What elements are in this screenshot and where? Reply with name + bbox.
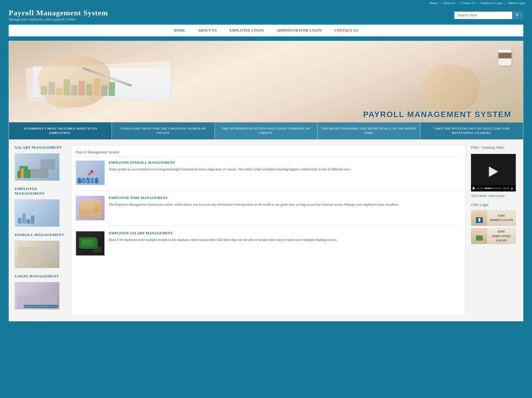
login-management-image[interactable]: PAYROLL MANAGEMENT SYSTEM xyxy=(15,282,60,309)
play-button-icon[interactable] xyxy=(489,166,498,177)
center-content: Payroll Management System ↗ xyxy=(71,145,465,315)
hero-banner: PAYROLL MANAGEMENT SYSTEM xyxy=(9,41,523,122)
admin-login-icon xyxy=(471,210,487,226)
search-input[interactable] xyxy=(454,12,512,19)
topbar-admin-link[interactable]: Admin Login xyxy=(508,1,525,5)
site-title: Payroll Management System xyxy=(9,9,108,17)
salary-management-block: SALARY MANAGEMENT xyxy=(15,145,65,181)
article-payroll-text: Today people are accustomed to accessing… xyxy=(109,167,351,172)
admin-login-label: EMSADMIN LOGIN xyxy=(487,213,516,222)
center-title: Payroll Management System xyxy=(76,150,461,157)
salary-management-title: SALARY MANAGEMENT xyxy=(15,145,65,151)
article-salary: EMPLOYEE SALARY MANAGEMENT Many UW emplo… xyxy=(76,231,461,261)
left-sidebar: SALARY MANAGEMENT EMPLOYEE MANAGEMENT xyxy=(15,145,65,315)
login-management-block: LOGIN MANAGEMENT PAYROLL MANAGEMENT SYST… xyxy=(15,274,65,309)
employee-management-image[interactable] xyxy=(15,199,60,227)
article-time-text: The Employee Management System runs onli… xyxy=(109,202,399,207)
employee-login-label: EMSEMPLOYEE LOGIN xyxy=(487,229,516,243)
login-management-title: LOGIN MANAGEMENT xyxy=(15,274,65,280)
brand: Payroll Management System Manage your em… xyxy=(9,9,108,22)
article-salary-thumb xyxy=(76,231,105,256)
video-controls: 12:10 08:20 🔈 xyxy=(471,185,516,191)
employee-management-block: EMPLOYEE MANAGEMENT xyxy=(15,187,65,227)
admin-login-button[interactable]: EMSADMIN LOGIN xyxy=(471,210,516,226)
nav-employee-login[interactable]: EMPLOYEE LOGIN xyxy=(223,25,270,36)
article-time: EMPLOYEE TIME MANAGEMENT The Employee Ma… xyxy=(76,196,461,226)
view-more-videos-link[interactable]: View More Videos Here xyxy=(471,194,517,198)
volume-icon[interactable]: 🔈 xyxy=(511,187,514,190)
nav-home[interactable]: HOME xyxy=(167,25,192,36)
search-button[interactable]: 🔍 xyxy=(512,11,523,19)
topbar-employee-link[interactable]: Employee Login xyxy=(481,1,502,5)
separator-4: | xyxy=(505,1,505,5)
article-payroll: ↗ EMPLOYEE PAYROLL MANAGEMENT Today peop… xyxy=(76,161,461,191)
feature-strip-2: VISION AND TRUST FOR THE CHANGING WORLD … xyxy=(112,122,215,139)
video-progress-bar[interactable] xyxy=(484,188,502,189)
video-player[interactable]: 12:10 08:20 🔈 xyxy=(471,154,516,191)
nav-about[interactable]: ABOUT US xyxy=(192,25,223,36)
video-time-elapsed: 12:10 xyxy=(477,187,483,190)
coffee-cup-decoration xyxy=(497,47,514,67)
feature-strip-4: THE RIGHT TRAINERS, THE RIGHT PLACE, AT … xyxy=(317,122,420,139)
nav-admin-login[interactable]: ADMINISTRATOR LOGIN xyxy=(270,25,328,36)
top-bar: Home | About Us | Contact Us | Employee … xyxy=(0,0,532,6)
payroll-management-title: PAYROLL MANAGEMENT xyxy=(15,233,65,238)
topbar-home-link[interactable]: Home xyxy=(429,1,437,5)
employee-management-title: EMPLOYEE MANAGEMENT xyxy=(15,187,65,197)
video-play-icon[interactable] xyxy=(473,187,475,190)
article-time-thumb xyxy=(76,196,105,220)
feature-strip-5: TAKE THE MYSTERY OUT OF SELECTING AND DE… xyxy=(420,122,523,139)
search-box: 🔍 xyxy=(454,11,523,19)
ems-login-title: EMS Login xyxy=(471,202,517,207)
hero-title: PAYROLL MANAGEMENT SYSTEM xyxy=(363,110,511,119)
hero-image: PAYROLL MANAGEMENT SYSTEM xyxy=(9,41,523,122)
video-time-remaining: 08:20 xyxy=(503,187,509,190)
separator-2: | xyxy=(458,1,458,5)
article-payroll-thumb: ↗ xyxy=(76,161,105,185)
article-salary-body: EMPLOYEE SALARY MANAGEMENT Many UW emplo… xyxy=(109,231,337,256)
main-content: PAYROLL MANAGEMENT SYSTEM A COMPANY'S MO… xyxy=(9,41,523,321)
separator-1: | xyxy=(440,1,440,5)
feature-strip-1: A COMPANY'S MOST VALUABLE ASSET IS ITS E… xyxy=(9,122,112,139)
employee-login-button[interactable]: EMSEMPLOYEE LOGIN xyxy=(471,228,516,244)
article-time-body: EMPLOYEE TIME MANAGEMENT The Employee Ma… xyxy=(109,196,399,220)
article-payroll-body: EMPLOYEE PAYROLL MANAGEMENT Today people… xyxy=(109,161,351,185)
article-payroll-title: EMPLOYEE PAYROLL MANAGEMENT xyxy=(109,161,351,165)
content-section: SALARY MANAGEMENT EMPLOYEE MANAGEMENT xyxy=(9,139,523,321)
video-progress-fill xyxy=(484,188,491,189)
article-salary-title: EMPLOYEE SALARY MANAGEMENT xyxy=(109,231,337,235)
article-salary-text: Many UW employees have multiple records … xyxy=(109,237,337,242)
salary-management-image[interactable] xyxy=(15,153,60,181)
payroll-management-block: PAYROLL MANAGEMENT xyxy=(15,233,65,268)
article-time-title: EMPLOYEE TIME MANAGEMENT xyxy=(109,196,399,200)
separator-3: | xyxy=(478,1,478,5)
nav-bar: HOME ABOUT US EMPLOYEE LOGIN ADMINISTRAT… xyxy=(9,25,523,36)
topbar-contact-link[interactable]: Contact Us xyxy=(461,1,475,5)
header: Payroll Management System Manage your em… xyxy=(0,6,532,25)
feature-strip-3: THE AFFIRMATIVE ACTION SOLUTIONS COMPANY… xyxy=(215,122,318,139)
right-sidebar: EMS - Training Video 12:10 08:20 🔈 View … xyxy=(471,145,517,315)
site-subtitle: Manage your employees, salary, payroll, … xyxy=(9,17,108,22)
video-section-title: EMS - Training Video xyxy=(471,145,517,151)
payroll-management-image[interactable] xyxy=(15,241,60,268)
feature-strips: A COMPANY'S MOST VALUABLE ASSET IS ITS E… xyxy=(9,122,523,139)
employee-login-icon xyxy=(471,228,487,244)
nav-contact[interactable]: CONTACT US xyxy=(328,25,365,36)
topbar-about-link[interactable]: About Us xyxy=(443,1,455,5)
